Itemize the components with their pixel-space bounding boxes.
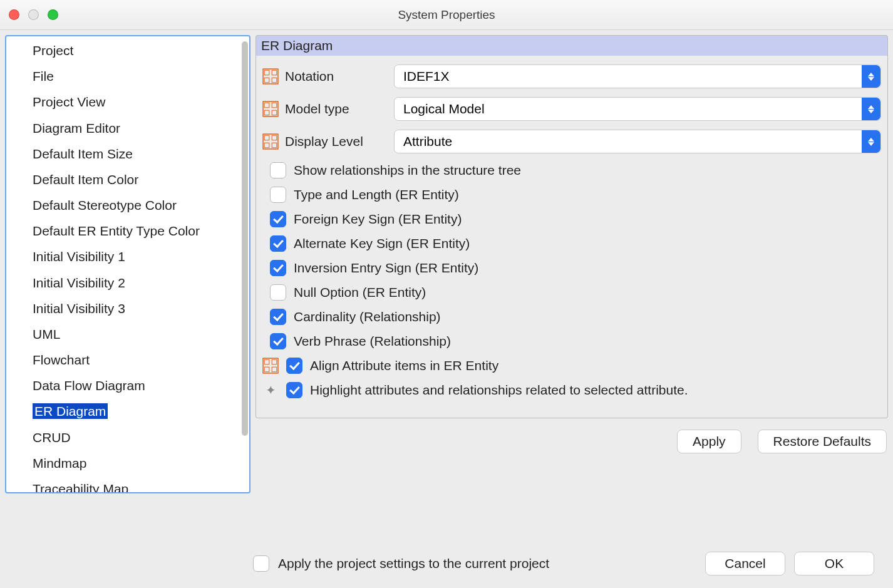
model-type-select[interactable]: Logical Model xyxy=(394,97,881,121)
sidebar-item-label: Default ER Entity Type Color xyxy=(33,224,200,238)
apply-button[interactable]: Apply xyxy=(677,430,741,453)
sidebar-item[interactable]: Mindmap xyxy=(6,450,240,476)
sidebar-item-label: Data Flow Diagram xyxy=(33,378,145,393)
titlebar: System Properties xyxy=(0,0,893,30)
notation-select[interactable]: IDEF1X xyxy=(394,64,881,88)
sidebar-item[interactable]: Default Stereotype Color xyxy=(6,192,240,218)
display-level-select[interactable]: Attribute xyxy=(394,130,881,153)
checkbox-row: Align Attribute items in ER Entity xyxy=(262,358,881,374)
notation-value: IDEF1X xyxy=(403,69,450,84)
checkbox-row: Null Option (ER Entity) xyxy=(262,284,881,301)
sidebar-item-label: Default Item Color xyxy=(33,172,138,187)
checkbox[interactable] xyxy=(270,187,286,203)
sidebar-item[interactable]: Project xyxy=(6,38,240,63)
checkbox-row: Type and Length (ER Entity) xyxy=(262,187,881,203)
checkbox-row: Inversion Entry Sign (ER Entity) xyxy=(262,260,881,276)
select-arrows-icon xyxy=(862,98,880,120)
checkbox[interactable] xyxy=(270,284,286,301)
bottom-bar: Apply the project settings to the curren… xyxy=(0,539,893,588)
svg-rect-2 xyxy=(272,70,277,75)
sparkle-icon: ✦ xyxy=(262,383,279,398)
sidebar-item[interactable]: Initial Visibility 2 xyxy=(6,270,240,296)
main-panel: ER Diagram Notation IDEF1X xyxy=(256,35,888,534)
sidebar-item-label: Mindmap xyxy=(33,456,86,470)
sidebar-item[interactable]: ER Diagram xyxy=(6,398,240,424)
svg-rect-17 xyxy=(272,359,277,364)
svg-rect-3 xyxy=(264,78,269,83)
svg-rect-13 xyxy=(264,143,269,148)
sidebar-item[interactable]: Initial Visibility 3 xyxy=(6,296,240,321)
window: System Properties ProjectFileProject Vie… xyxy=(0,0,893,588)
checkbox[interactable] xyxy=(270,162,286,178)
checkbox-label: Alternate Key Sign (ER Entity) xyxy=(294,236,470,251)
checkbox[interactable] xyxy=(270,235,286,252)
svg-rect-10 xyxy=(263,134,278,149)
entity-icon xyxy=(262,133,279,150)
checkbox[interactable] xyxy=(270,260,286,276)
checkbox[interactable] xyxy=(270,333,286,349)
select-arrows-icon xyxy=(862,65,880,88)
zoom-window-button[interactable] xyxy=(48,9,58,20)
sidebar-item-label: Default Item Size xyxy=(33,147,133,161)
section-header: ER Diagram xyxy=(256,35,888,56)
sidebar-scrollbar[interactable] xyxy=(240,36,249,492)
svg-rect-7 xyxy=(272,103,277,108)
sidebar-item-label: Flowchart xyxy=(33,353,90,367)
body-area: ProjectFileProject ViewDiagram EditorDef… xyxy=(0,30,893,539)
checkbox[interactable] xyxy=(286,382,302,398)
checkbox-label: Foreign Key Sign (ER Entity) xyxy=(294,212,462,227)
entity-icon xyxy=(262,358,279,374)
apply-to-project-checkbox[interactable] xyxy=(253,555,269,572)
sidebar-item-label: Traceability Map xyxy=(33,482,128,492)
svg-rect-19 xyxy=(272,367,277,372)
sidebar-item-label: ER Diagram xyxy=(33,403,108,419)
close-window-button[interactable] xyxy=(9,9,19,20)
sidebar-item[interactable]: Default ER Entity Type Color xyxy=(6,218,240,244)
apply-to-project-label: Apply the project settings to the curren… xyxy=(278,556,549,571)
sidebar-item[interactable]: UML xyxy=(6,321,240,347)
checkbox-label: Cardinality (Relationship) xyxy=(294,309,441,324)
cancel-button[interactable]: Cancel xyxy=(705,552,785,575)
sidebar-item[interactable]: File xyxy=(6,63,240,89)
restore-defaults-button[interactable]: Restore Defaults xyxy=(758,430,887,453)
minimize-window-button[interactable] xyxy=(28,9,39,20)
sidebar-item[interactable]: CRUD xyxy=(6,425,240,450)
ok-button[interactable]: OK xyxy=(794,552,874,575)
sidebar-scrollbar-thumb[interactable] xyxy=(242,41,248,436)
svg-rect-6 xyxy=(264,103,269,108)
sidebar-item-label: File xyxy=(33,69,54,83)
action-row: Apply Restore Defaults xyxy=(256,418,888,453)
sidebar-item[interactable]: Default Item Color xyxy=(6,167,240,192)
sidebar-item[interactable]: Flowchart xyxy=(6,347,240,373)
sidebar-item[interactable]: Traceability Map xyxy=(6,476,240,492)
sidebar-item[interactable]: Project View xyxy=(6,89,240,115)
sidebar-item-label: Default Stereotype Color xyxy=(33,198,177,212)
select-arrows-icon xyxy=(862,130,880,153)
checkbox[interactable] xyxy=(270,211,286,227)
model-type-label: Model type xyxy=(285,101,388,116)
checkbox-row: Foreign Key Sign (ER Entity) xyxy=(262,211,881,227)
sidebar-item[interactable]: Diagram Editor xyxy=(6,115,240,141)
checkbox-label: Type and Length (ER Entity) xyxy=(294,187,459,202)
svg-rect-0 xyxy=(263,69,278,84)
svg-rect-11 xyxy=(264,135,269,140)
checkbox-label: Null Option (ER Entity) xyxy=(294,285,426,300)
window-title: System Properties xyxy=(0,8,893,22)
sidebar-item-label: Initial Visibility 2 xyxy=(33,276,125,290)
sidebar-item-label: Diagram Editor xyxy=(33,121,120,135)
checkbox[interactable] xyxy=(270,309,286,325)
notation-label: Notation xyxy=(285,69,388,84)
entity-icon xyxy=(262,68,279,85)
sidebar-item[interactable]: Default Item Size xyxy=(6,141,240,167)
entity-icon xyxy=(262,101,279,117)
checkbox-row: Alternate Key Sign (ER Entity) xyxy=(262,235,881,252)
sidebar-item[interactable]: Data Flow Diagram xyxy=(6,373,240,398)
checkbox-label: Verb Phrase (Relationship) xyxy=(294,334,451,349)
sidebar-item[interactable]: Initial Visibility 1 xyxy=(6,244,240,269)
svg-rect-9 xyxy=(272,110,277,115)
sidebar-item-label: Initial Visibility 1 xyxy=(33,249,125,264)
svg-rect-1 xyxy=(264,70,269,75)
checkbox-label: Align Attribute items in ER Entity xyxy=(310,358,498,373)
checkbox[interactable] xyxy=(286,358,302,374)
svg-rect-14 xyxy=(272,143,277,148)
